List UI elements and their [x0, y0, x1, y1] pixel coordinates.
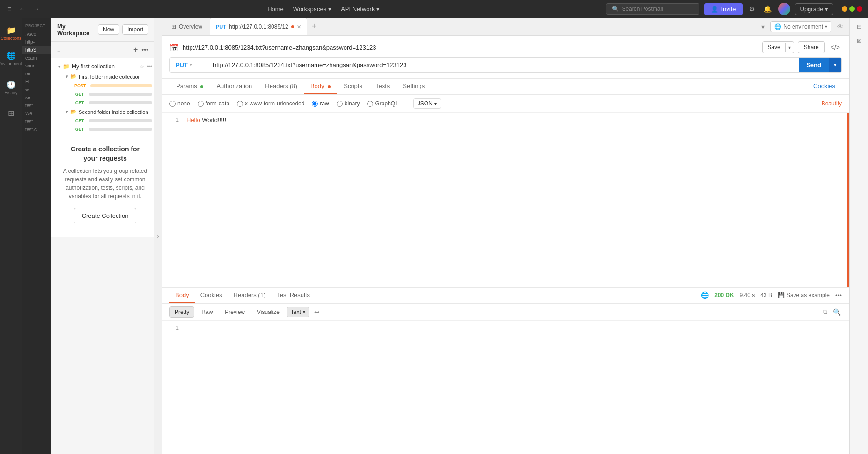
subtab-raw[interactable]: Raw: [196, 306, 218, 318]
maximize-button[interactable]: [849, 6, 855, 12]
add-icon[interactable]: +: [132, 44, 140, 56]
share-button[interactable]: Share: [798, 41, 825, 53]
project-item-4[interactable]: exam: [22, 54, 51, 62]
resp-tab-body[interactable]: Body: [169, 288, 195, 303]
invite-button[interactable]: 👤 Invite: [704, 3, 742, 15]
url-input[interactable]: [207, 58, 799, 72]
project-item-3[interactable]: httpS: [22, 46, 51, 54]
search-response-icon[interactable]: 🔍: [832, 307, 842, 317]
tab-overview[interactable]: ⊞ Overview: [166, 18, 208, 35]
project-item-2[interactable]: http-: [22, 38, 51, 46]
collection-folder-header[interactable]: ▾ 📁 My first collection ☆ •••: [55, 61, 155, 72]
sidebar-item-history[interactable]: 🕐 History: [3, 76, 20, 99]
code-icon[interactable]: </>: [829, 41, 842, 53]
tab-params[interactable]: Params: [169, 79, 210, 94]
save-dropdown-button[interactable]: ▾: [785, 43, 794, 52]
project-item-10[interactable]: test: [22, 102, 51, 110]
subtab-visualize[interactable]: Visualize: [252, 306, 285, 318]
panel-collapse-arrow[interactable]: ›: [154, 18, 162, 454]
tab-body[interactable]: Body: [304, 79, 337, 94]
project-item-5[interactable]: sour: [22, 62, 51, 70]
import-button[interactable]: Import: [122, 24, 148, 35]
search-box[interactable]: 🔍 Search Postman: [606, 3, 699, 15]
radio-urlencoded[interactable]: [237, 101, 243, 107]
project-item-7[interactable]: Ht: [22, 78, 51, 86]
tab-active-request[interactable]: PUT http://127.0.0.1:8085/12 ✕: [210, 18, 307, 35]
resp-tab-cookies[interactable]: Cookies: [195, 288, 228, 303]
add-tab-button[interactable]: +: [309, 22, 320, 31]
forward-icon[interactable]: →: [31, 3, 41, 15]
project-item-6[interactable]: ec: [22, 70, 51, 78]
avatar[interactable]: [778, 3, 790, 15]
eye-icon[interactable]: 👁: [835, 21, 846, 32]
radio-raw[interactable]: [312, 101, 318, 107]
right-panel-icon-2[interactable]: ⊠: [855, 36, 863, 46]
project-item-9[interactable]: se: [22, 94, 51, 102]
new-button[interactable]: New: [98, 24, 119, 35]
home-button[interactable]: Home: [264, 4, 287, 15]
request-item-2[interactable]: GET: [70, 90, 155, 98]
sidebar-item-grid[interactable]: ⊞: [3, 101, 20, 125]
request-item-1[interactable]: POST: [70, 82, 155, 90]
sidebar-item-environments[interactable]: 🌐 Environments: [3, 47, 20, 70]
close-button[interactable]: [857, 6, 862, 12]
text-type-selector[interactable]: Text ▾: [287, 307, 309, 317]
request-item-4[interactable]: GET: [70, 117, 155, 125]
api-network-button[interactable]: API Network ▾: [337, 4, 383, 15]
radio-none[interactable]: [169, 101, 176, 107]
save-example-button[interactable]: 💾 Save as example: [778, 292, 830, 298]
project-item-8[interactable]: w: [22, 86, 51, 94]
workspaces-button[interactable]: Workspaces ▾: [289, 4, 335, 15]
tab-cookies[interactable]: Cookies: [807, 79, 842, 94]
resp-tab-test-results[interactable]: Test Results: [271, 288, 316, 303]
json-type-selector[interactable]: JSON ▾: [413, 98, 441, 109]
filter-icon[interactable]: ≡: [55, 45, 63, 55]
option-urlencoded[interactable]: x-www-form-urlencoded: [237, 100, 304, 107]
code-editor[interactable]: 1 Hello World!!!!!: [162, 113, 849, 288]
tab-close-icon[interactable]: ✕: [297, 24, 301, 30]
save-button[interactable]: Save: [763, 42, 785, 53]
resp-tab-headers[interactable]: Headers (1): [228, 288, 272, 303]
menu-icon[interactable]: ≡: [6, 3, 13, 15]
subtab-pretty[interactable]: Pretty: [169, 306, 194, 318]
project-item-12[interactable]: test: [22, 118, 51, 126]
tab-authorization[interactable]: Authorization: [210, 79, 258, 94]
option-graphql[interactable]: GraphQL: [367, 100, 398, 107]
method-select[interactable]: PUT ▾: [170, 58, 207, 72]
option-none[interactable]: none: [169, 100, 190, 107]
sub-folder-1-header[interactable]: ▾ 📂 First folder inside collection: [63, 72, 155, 82]
option-form-data[interactable]: form-data: [198, 100, 229, 107]
tabs-dropdown-icon[interactable]: ▾: [759, 21, 766, 32]
tab-headers[interactable]: Headers (8): [258, 79, 304, 94]
radio-binary[interactable]: [337, 101, 343, 107]
copy-icon[interactable]: ⧉: [822, 307, 828, 317]
tab-settings[interactable]: Settings: [396, 79, 431, 94]
sidebar-item-collections[interactable]: 📁 Collections: [3, 22, 20, 45]
right-panel-icon-1[interactable]: ⊟: [855, 22, 863, 32]
settings-icon[interactable]: ⚙: [747, 3, 757, 15]
radio-graphql[interactable]: [367, 101, 373, 107]
notifications-icon[interactable]: 🔔: [762, 3, 773, 15]
beautify-button[interactable]: Beautify: [822, 100, 842, 107]
tab-tests[interactable]: Tests: [369, 79, 396, 94]
option-binary[interactable]: binary: [337, 100, 360, 107]
tab-scripts[interactable]: Scripts: [337, 79, 369, 94]
subtab-preview[interactable]: Preview: [220, 306, 250, 318]
sub-folder-2-header[interactable]: ▾ 📂 Second folder inside collection: [63, 107, 155, 117]
create-collection-button[interactable]: Create Collection: [74, 208, 137, 223]
collection-more-icon[interactable]: •••: [146, 63, 152, 70]
request-item-5[interactable]: GET: [70, 125, 155, 134]
option-raw[interactable]: raw: [312, 100, 329, 107]
upgrade-button[interactable]: Upgrade ▾: [795, 3, 834, 15]
project-item-13[interactable]: test.c: [22, 126, 51, 134]
wrap-icon[interactable]: ↩: [311, 307, 323, 317]
environment-selector[interactable]: 🌐 No environment ▾: [770, 21, 831, 32]
minimize-button[interactable]: [842, 6, 847, 12]
response-more-button[interactable]: •••: [835, 292, 842, 299]
radio-form-data[interactable]: [198, 101, 204, 107]
project-item-11[interactable]: We: [22, 110, 51, 118]
send-button[interactable]: Send: [799, 58, 829, 72]
more-icon[interactable]: •••: [140, 44, 150, 55]
back-icon[interactable]: ←: [17, 3, 27, 15]
send-dropdown-button[interactable]: ▾: [829, 58, 841, 72]
